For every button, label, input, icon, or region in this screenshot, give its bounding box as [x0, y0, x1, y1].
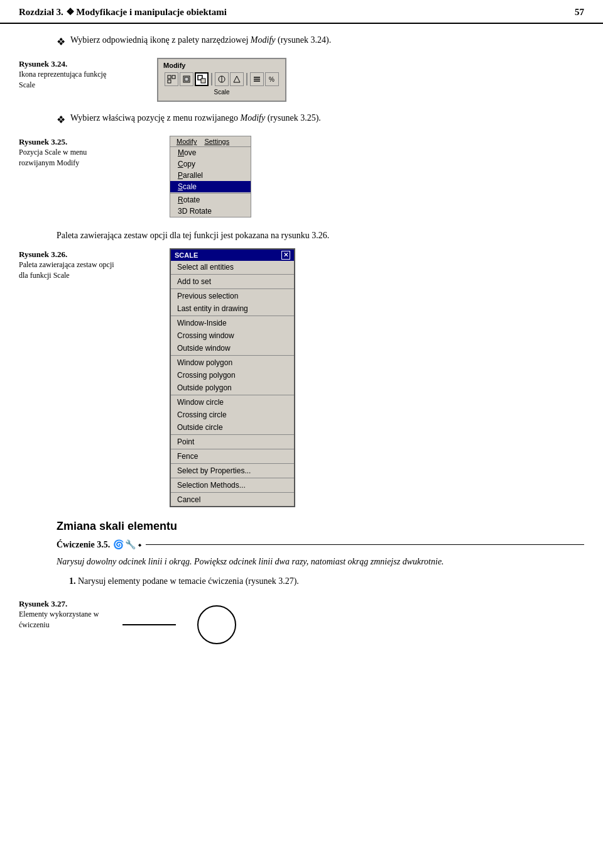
- svg-rect-0: [168, 75, 171, 79]
- toolbar-btn-1[interactable]: [165, 72, 178, 86]
- intro-bullet-1: ❖ Wybierz odpowiednią ikonę z palety nar…: [57, 35, 584, 48]
- palette-div-1: [171, 274, 294, 275]
- rysunek-326-num: Rysunek 3.26.: [19, 250, 119, 260]
- toolbar-sep-1: [211, 73, 212, 85]
- drawing-circle: [195, 603, 239, 647]
- palette-item-select-all[interactable]: Select all entities: [171, 261, 294, 273]
- figure-326-content: SCALE ✕ Select all entities Add to set P…: [119, 248, 584, 507]
- rysunek-327-num: Rysunek 3.27.: [19, 599, 119, 609]
- intro-bullet-2: ❖ Wybierz właściwą pozycję z menu rozwij…: [57, 113, 584, 126]
- figure-325-label: Rysunek 3.25. Pozycja Scale w menu rozwi…: [19, 136, 119, 168]
- exercise-text: Narysuj dowolny odcinek linii i okrąg. P…: [57, 555, 572, 568]
- exercise-icon-1: 🌀: [113, 539, 124, 550]
- menu-bar-modify[interactable]: Modify: [173, 137, 200, 146]
- svg-rect-2: [168, 80, 171, 83]
- main-content: ❖ Wybierz odpowiednią ikonę z palety nar…: [0, 35, 603, 659]
- palette-item-crossing-circle[interactable]: Crossing circle: [171, 409, 294, 421]
- figure-324-label: Rysunek 3.24. Ikona reprezentująca funkc…: [19, 58, 119, 91]
- palette-div-6: [171, 434, 294, 435]
- toolbar-btn-2[interactable]: [180, 72, 193, 86]
- figure-324-row: Rysunek 3.24. Ikona reprezentująca funkc…: [19, 58, 584, 102]
- palette-item-crossing-polygon[interactable]: Crossing polygon: [171, 369, 294, 382]
- palette-item-selection-methods[interactable]: Selection Methods...: [171, 479, 294, 492]
- palette-div-3: [171, 316, 294, 316]
- chapter-title: Rozdział 3. ❖ Modyfikacje i manipulacje …: [19, 6, 227, 18]
- menu-bar: Modify Settings: [170, 136, 251, 147]
- modify-menu: Modify Settings Move Copy Parallel Scale…: [170, 136, 251, 217]
- svg-marker-9: [234, 76, 240, 82]
- page-header: Rozdział 3. ❖ Modyfikacje i manipulacje …: [0, 0, 603, 24]
- intro-text-2: Wybierz właściwą pozycję z menu rozwijan…: [70, 113, 321, 123]
- palette-div-5: [171, 395, 294, 395]
- scale-palette: SCALE ✕ Select all entities Add to set P…: [170, 248, 295, 507]
- toolbar-btn-5[interactable]: [250, 72, 264, 86]
- menu-item-parallel[interactable]: Parallel: [170, 170, 251, 181]
- intro-text-1: Wybierz odpowiednią ikonę z palety narzę…: [70, 35, 331, 45]
- menu-bar-settings[interactable]: Settings: [200, 137, 233, 146]
- figure-326-row: Rysunek 3.26. Paleta zawierająca zestaw …: [19, 248, 584, 507]
- menu-item-copy[interactable]: Copy: [170, 158, 251, 170]
- scale-palette-titlebar: SCALE ✕: [171, 250, 294, 261]
- bullet-diamond-2: ❖: [57, 114, 65, 126]
- toolbar-btn-scale[interactable]: [195, 72, 209, 86]
- menu-divider-1: [170, 193, 251, 194]
- rysunek-325-num: Rysunek 3.25.: [19, 137, 119, 147]
- figure-327-content: [119, 598, 584, 647]
- palette-item-point[interactable]: Point: [171, 436, 294, 448]
- menu-item-3d-rotate[interactable]: 3D Rotate: [170, 206, 251, 217]
- scale-palette-close-btn[interactable]: ✕: [281, 251, 290, 260]
- toolbar-sep-2: [246, 73, 247, 85]
- menu-item-scale[interactable]: Scale: [170, 181, 251, 192]
- palette-item-select-by-properties[interactable]: Select by Properties...: [171, 464, 294, 477]
- palette-div-10: [171, 492, 294, 493]
- menu-item-rotate[interactable]: Rotate: [170, 194, 251, 206]
- toolbar-title: Modify: [163, 62, 280, 69]
- figure-325-content: Modify Settings Move Copy Parallel Scale…: [119, 136, 584, 217]
- svg-rect-4: [185, 77, 188, 81]
- toolbar-btn-6[interactable]: %: [265, 72, 279, 86]
- section-heading: Zmiana skali elementu: [57, 520, 584, 533]
- palette-item-window-polygon[interactable]: Window polygon: [171, 356, 294, 369]
- rysunek-324-num: Rysunek 3.24.: [19, 59, 119, 69]
- menu-item-move[interactable]: Move: [170, 147, 251, 158]
- scale-toolbar-label: Scale: [163, 89, 280, 96]
- palette-item-fence[interactable]: Fence: [171, 450, 294, 463]
- palette-div-7: [171, 449, 294, 449]
- rysunek-324-desc: Ikona reprezentująca funkcję Scale: [19, 69, 119, 91]
- figure-324-content: Modify: [119, 58, 584, 102]
- numbered-item-1: 1. Narysuj elementy podane w temacie ćwi…: [69, 574, 584, 588]
- palette-item-window-circle[interactable]: Window circle: [171, 396, 294, 409]
- palette-item-cancel[interactable]: Cancel: [171, 493, 294, 506]
- modify-toolbar: Modify: [157, 58, 286, 102]
- exercise-line: Ćwiczenie 3.5. 🌀 🔧 ⬥: [19, 539, 584, 550]
- palette-item-outside-window[interactable]: Outside window: [171, 342, 294, 354]
- figure-325-row: Rysunek 3.25. Pozycja Scale w menu rozwi…: [19, 136, 584, 217]
- svg-rect-1: [172, 75, 175, 79]
- palette-item-crossing-window[interactable]: Crossing window: [171, 329, 294, 342]
- exercise-icon-2: 🔧: [125, 539, 136, 550]
- svg-rect-6: [201, 79, 205, 83]
- page-number: 57: [575, 7, 584, 18]
- toolbar-btn-3[interactable]: [215, 72, 229, 86]
- palette-item-outside-circle[interactable]: Outside circle: [171, 421, 294, 434]
- rysunek-325-desc: Pozycja Scale w menu rozwijanym Modify: [19, 147, 119, 168]
- toolbar-btn-4[interactable]: [230, 72, 244, 86]
- palette-div-8: [171, 463, 294, 464]
- palette-item-add-to-set[interactable]: Add to set: [171, 275, 294, 288]
- palette-div-4: [171, 355, 294, 356]
- palette-item-previous-selection[interactable]: Previous selection: [171, 290, 294, 302]
- svg-text:%: %: [269, 76, 274, 83]
- palette-div-2: [171, 288, 294, 289]
- scale-palette-title: SCALE: [175, 251, 198, 259]
- rysunek-327-desc: Elementy wykorzystane w ćwiczeniu: [19, 609, 119, 630]
- rysunek-326-desc: Paleta zawierająca zestaw opcji dla funk…: [19, 260, 119, 281]
- palette-item-last-entity[interactable]: Last entity in drawing: [171, 302, 294, 315]
- palette-div-9: [171, 478, 294, 478]
- exercise-rule: [146, 544, 584, 545]
- exercise-icon-3: ⬥: [138, 540, 142, 549]
- bullet-diamond-1: ❖: [57, 36, 65, 48]
- drawing-line: [119, 612, 182, 637]
- palette-item-outside-polygon[interactable]: Outside polygon: [171, 382, 294, 394]
- palette-item-window-inside[interactable]: Window-Inside: [171, 317, 294, 329]
- exercise-label: Ćwiczenie 3.5.: [57, 540, 110, 550]
